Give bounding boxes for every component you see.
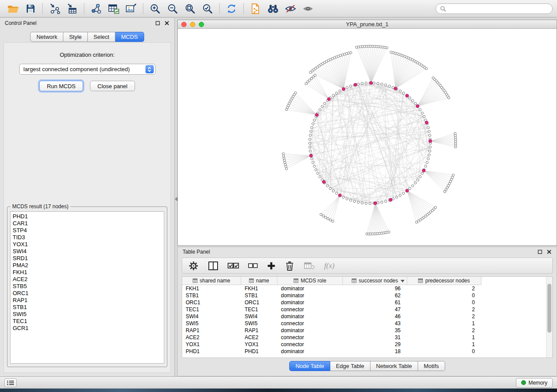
delete-column-button[interactable] [285,261,294,271]
toolbar-separator [84,3,84,14]
control-panel-tab[interactable]: Network [30,32,63,42]
collapse-left-icon [175,197,177,201]
mcds-result-item[interactable]: STB1 [13,304,162,311]
mcds-result-item[interactable]: STB5 [13,283,162,290]
mcds-result-item[interactable]: FKH1 [13,269,162,276]
control-panel-tab[interactable]: MCDS [115,32,144,42]
column-header-predecessor-nodes[interactable]: predecessor nodes [407,277,481,285]
panel-splitter-collapse-button[interactable] [174,196,177,202]
mcds-result-item[interactable]: SWI4 [13,248,162,255]
column-header-name[interactable]: name [241,277,277,285]
table-panel-tab[interactable]: Edge Table [330,361,370,371]
column-header-successor-nodes[interactable]: successor nodes [343,277,407,285]
zoom-out-button[interactable] [164,2,181,16]
float-panel-button[interactable] [155,21,160,26]
hide-selected-button[interactable] [282,2,299,16]
sort-dropdown-icon[interactable] [401,280,405,282]
new-table-button[interactable] [105,2,122,16]
mcds-result-item[interactable]: TEC1 [13,318,162,325]
cell-mcds-role: connector [277,320,343,327]
close-window-button[interactable] [181,22,187,27]
select-all-rows-button[interactable] [228,261,239,270]
table-row[interactable]: ACE2 ACE2 connector 31 1 [182,334,546,341]
toolbar-search[interactable] [436,3,553,14]
zoom-in-button[interactable] [146,2,164,16]
table-scrollbar[interactable] [546,277,552,358]
maximize-window-button[interactable] [199,22,204,27]
cell-predecessor-nodes: 2 [407,306,481,313]
table-panel-tab[interactable]: Motifs [418,361,445,371]
save-session-button[interactable] [22,2,39,16]
table-settings-button[interactable] [188,261,199,271]
table-panel-tab[interactable]: Network Table [370,361,418,371]
table-row[interactable]: ORC1 ORC1 dominator 61 0 [182,299,546,306]
float-table-panel-button[interactable] [537,249,543,254]
control-panel-tab[interactable]: Select [88,32,115,42]
mcds-result-item[interactable]: RAP1 [13,297,162,304]
find-button[interactable] [264,2,282,16]
cell-shared-name: SWI4 [182,313,241,320]
zoom-selected-button[interactable] [199,2,216,16]
memory-button[interactable]: Memory [516,378,553,388]
cell-successor-nodes: 31 [343,334,407,340]
import-table-file-button[interactable] [63,2,81,16]
mcds-result-item[interactable]: TID3 [13,234,162,241]
show-all-button[interactable] [299,2,317,16]
close-table-panel-button[interactable] [547,249,552,254]
table-row[interactable]: STB1 STB1 dominator 62 0 [182,292,546,299]
table-chart-icon [107,3,120,14]
network-window-titlebar[interactable]: YPA_prune.txt_1 [178,20,557,29]
cell-predecessor-nodes: 2 [407,327,481,334]
mcds-result-item[interactable]: YOX1 [13,241,162,248]
mcds-result-list[interactable]: PHD1CAR1STP4TID3YOX1SWI4SRD1PMA2FKH1ACE2… [10,211,164,364]
column-header-shared-name[interactable]: shared name [182,277,241,285]
mcds-result-item[interactable]: STP4 [13,227,162,234]
mcds-result-item[interactable]: ORC1 [13,290,162,297]
create-column-button[interactable] [267,261,276,270]
table-row[interactable]: RAP1 RAP1 dominator 35 2 [182,327,546,334]
mcds-result-item[interactable]: CAR1 [13,220,162,227]
export-image-button[interactable] [122,2,140,16]
table-row[interactable]: PHD1 PHD1 dominator 18 0 [182,348,546,355]
network-canvas[interactable] [178,29,557,245]
close-panel-button[interactable] [164,21,170,26]
mcds-result-item[interactable]: SRD1 [13,255,162,262]
cell-successor-nodes: 46 [343,313,407,320]
mcds-result-item[interactable]: PHD1 [13,213,162,220]
optimization-criterion-label: Optimization criterion: [4,52,170,58]
table-row[interactable]: SWI4 SWI4 dominator 46 2 [182,313,546,320]
cell-successor-nodes: 29 [343,341,407,347]
mcds-result-item[interactable]: GCR1 [13,325,162,332]
zoom-fit-button[interactable] [181,2,199,16]
table-row[interactable]: FKH1 FKH1 dominator 96 2 [182,285,546,292]
copy-style-button[interactable] [247,2,264,16]
minimize-window-button[interactable] [190,22,195,27]
zoom-in-icon [149,3,161,14]
function-builder-button[interactable]: f(x) [324,261,335,270]
table-panel-tab[interactable]: Node Table [289,361,330,371]
cell-shared-name: TEC1 [182,306,241,313]
column-header-mcds-role[interactable]: MCDS role [277,277,343,285]
table-row[interactable]: SWI5 SWI5 connector 43 1 [182,320,546,327]
refresh-button[interactable] [223,2,240,16]
mcds-result-item[interactable]: PMA2 [13,262,162,269]
open-session-button[interactable] [4,2,22,16]
mcds-result-item[interactable]: ACE2 [13,276,162,283]
show-columns-button[interactable] [208,261,218,271]
new-network-button[interactable] [87,2,105,16]
search-input[interactable] [449,6,548,12]
task-history-button[interactable] [4,378,17,387]
table-row[interactable]: YOX1 YOX1 connector 29 1 [182,341,546,348]
cell-mcds-role: dominator [277,299,343,306]
deselect-all-rows-button[interactable] [248,262,258,270]
cell-name: YOX1 [241,341,277,347]
optimization-criterion-select[interactable]: largest connected component (undirected) [19,64,156,75]
control-panel-tab[interactable]: Style [63,32,88,42]
mcds-result-item[interactable]: SWI5 [13,311,162,318]
table-row[interactable]: TEC1 TEC1 connector 47 2 [182,306,546,313]
delete-table-button[interactable] [304,261,315,270]
close-panel-action-button[interactable]: Close panel [90,81,135,91]
import-network-file-button[interactable] [46,2,63,16]
table-scrollbar-thumb[interactable] [547,284,551,333]
run-mcds-button[interactable]: Run MCDS [39,81,83,91]
